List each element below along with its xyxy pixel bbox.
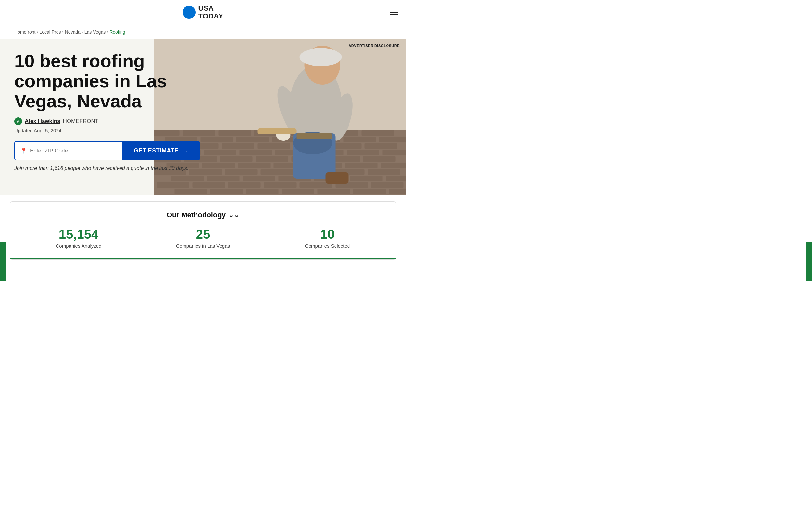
hero-title: 10 best roofing companies in Las Vegas, … [14,51,200,111]
logo-text: USA TODAY [198,4,223,20]
stat-number-selected: 10 [272,227,383,242]
breadcrumb-local-pros[interactable]: Local Pros [39,30,61,35]
svg-rect-78 [258,128,296,134]
svg-rect-81 [326,172,348,184]
svg-rect-57 [386,176,406,181]
svg-rect-32 [220,156,253,162]
svg-rect-50 [368,169,400,175]
svg-point-74 [300,48,342,66]
svg-rect-67 [246,188,279,194]
hamburger-bar-3 [390,14,398,15]
zip-input[interactable] [30,148,117,154]
breadcrumb-roofing[interactable]: Roofing [109,30,125,35]
updated-date: Updated Aug. 5, 2024 [14,128,200,133]
svg-rect-28 [347,149,379,156]
svg-rect-42 [345,163,378,168]
join-text: Join more than 1,616 people who have rec… [14,165,200,171]
svg-rect-66 [210,188,243,194]
svg-rect-70 [353,188,386,194]
svg-rect-53 [243,176,275,181]
breadcrumb-sep-4: › [107,30,108,34]
svg-rect-19 [258,143,290,149]
stat-number-analyzed: 15,154 [23,227,134,242]
hero-content: 10 best roofing companies in Las Vegas, … [0,39,214,184]
pin-icon: 📍 [20,147,27,155]
svg-rect-29 [383,149,406,156]
svg-rect-60 [228,182,261,188]
hamburger-bar-1 [390,10,398,11]
svg-rect-46 [225,169,258,175]
svg-rect-18 [222,143,254,149]
logo[interactable]: USA TODAY [183,4,223,20]
svg-rect-4 [219,130,251,136]
svg-rect-15 [379,137,406,142]
svg-rect-64 [371,182,404,188]
svg-rect-36 [363,156,396,162]
svg-rect-71 [389,188,406,194]
stat-companies-las-vegas: 25 Companies in Las Vegas [141,227,265,249]
chevron-down-icon: ⌄⌄ [228,211,239,219]
stat-label-analyzed: Companies Analyzed [56,243,102,249]
svg-rect-22 [365,143,397,149]
breadcrumb-las-vegas[interactable]: Las Vegas [84,30,106,35]
left-green-bar [0,242,6,262]
author-org: HOMEFRONT [63,118,99,125]
methodology-label: Our Methodology [167,211,226,219]
author-verified-icon: ✓ [14,118,22,125]
svg-rect-33 [256,156,289,162]
hamburger-menu[interactable] [390,10,398,15]
author-name[interactable]: Alex Hawkins [25,118,61,125]
svg-rect-68 [282,188,314,194]
stat-companies-analyzed: 15,154 Companies Analyzed [17,227,141,249]
stat-label-selected: Companies Selected [305,243,350,249]
svg-rect-82 [296,133,332,139]
zip-input-wrapper[interactable]: 📍 [14,141,122,160]
logo-circle [183,6,195,19]
svg-rect-8 [362,130,394,136]
breadcrumb-sep-2: › [62,30,64,34]
svg-rect-25 [240,149,272,156]
breadcrumb: Homefront › Local Pros › Nevada › Las Ve… [0,25,406,39]
get-estimate-button[interactable]: GET ESTIMATE → [122,141,200,160]
cta-row: 📍 GET ESTIMATE → [14,141,200,160]
svg-rect-43 [381,163,406,168]
stat-number-las-vegas: 25 [148,227,259,242]
breadcrumb-nevada[interactable]: Nevada [65,30,81,35]
hero-section: ADVERTISER DISCLOSURE 10 best roofing co… [0,39,406,195]
svg-rect-47 [261,169,293,175]
author-line: ✓ Alex Hawkins HOMEFRONT [14,118,200,125]
advertiser-disclosure[interactable]: ADVERTISER DISCLOSURE [348,44,399,48]
svg-rect-14 [344,137,376,142]
breadcrumb-sep-3: › [82,30,83,34]
stat-companies-selected: 10 Companies Selected [265,227,390,249]
methodology-header[interactable]: Our Methodology ⌄⌄ [17,211,390,219]
get-estimate-label: GET ESTIMATE [134,147,179,154]
methodology-section: Our Methodology ⌄⌄ 15,154 Companies Anal… [10,201,396,259]
stats-row: 15,154 Companies Analyzed 25 Companies i… [17,227,390,249]
stat-label-las-vegas: Companies in Las Vegas [176,243,230,249]
hamburger-bar-2 [390,12,398,13]
breadcrumb-sep-1: › [37,30,38,34]
svg-rect-39 [238,163,271,168]
svg-rect-61 [264,182,296,188]
breadcrumb-homefront[interactable]: Homefront [14,30,35,35]
svg-rect-65 [175,188,207,194]
header: USA TODAY [0,0,406,25]
svg-rect-11 [237,137,269,142]
svg-rect-69 [318,188,350,194]
arrow-icon: → [182,147,189,155]
svg-rect-56 [350,176,383,181]
methodology-title: Our Methodology ⌄⌄ [167,211,239,219]
